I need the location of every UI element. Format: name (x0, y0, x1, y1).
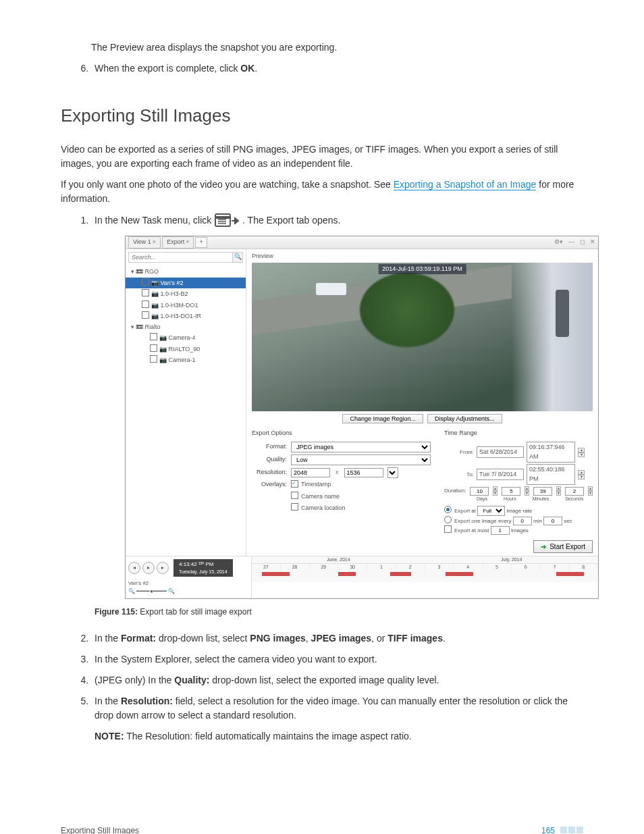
para2-a: If you only want one photo of the video … (61, 179, 394, 190)
to-label: To: (444, 471, 474, 479)
para-1: Video can be exported as a series of sti… (61, 142, 583, 171)
duration-days-input[interactable] (470, 487, 489, 496)
to-spinner[interactable]: ▴▾ (578, 470, 585, 479)
figure-caption: Figure 115: Export tab for still image e… (95, 606, 583, 618)
tree-site-rgo[interactable]: ▾📼 RGO (126, 267, 246, 278)
ok-bold: OK (240, 63, 254, 74)
duration-label: Duration: (444, 487, 466, 495)
playhead-time: 4:13:42 ¹³⁹ PM Tuesday, July 15, 2014 (173, 559, 233, 577)
duration-hours-input[interactable] (502, 487, 520, 496)
step6-a: When the export is complete, click (95, 63, 240, 74)
from-spinner[interactable]: ▴▾ (578, 448, 585, 457)
overlay-timestamp-checkbox[interactable] (291, 480, 298, 488)
tab-export[interactable]: Export × (162, 236, 194, 249)
footer-decoration (560, 827, 583, 833)
maximize-icon[interactable]: ◻ (580, 238, 585, 247)
step-forward-button[interactable]: ▸ (157, 562, 169, 574)
minimize-icon[interactable]: — (568, 238, 574, 247)
heading-exporting-still-images: Exporting Still Images (61, 103, 583, 129)
overlays-label: Overlays: (252, 480, 287, 490)
from-time-input[interactable]: 09:16:37:946 AM (527, 442, 575, 463)
from-label: From: (444, 448, 474, 457)
export-rate-radio[interactable] (444, 506, 452, 513)
export-atmost-checkbox[interactable] (444, 525, 452, 533)
duration-sec-input[interactable] (565, 487, 584, 496)
duration-min-input[interactable] (533, 487, 552, 496)
system-explorer: 🔍 ▾📼 RGO 📷 Van's #2 📷 1.0-H3-B2 📷 1.0-H3… (126, 249, 246, 556)
gear-icon[interactable]: ⚙▾ (554, 238, 563, 247)
resolution-label: Resolution: (252, 468, 287, 477)
step-3: In the System Explorer, select the camer… (91, 652, 583, 667)
format-label: Format: (252, 442, 287, 452)
from-date-input[interactable]: Sat 6/28/2014 (477, 446, 524, 459)
close-icon[interactable]: × (186, 238, 189, 247)
resolution-height-input[interactable] (344, 468, 383, 477)
step1-b: . The Export tab opens. (242, 215, 340, 226)
close-icon[interactable]: × (153, 238, 156, 247)
tree-cam-vans2[interactable]: 📷 Van's #2 (126, 278, 246, 289)
tree-cam[interactable]: 📷 Camera-1 (126, 355, 246, 366)
tree-site-rialto[interactable]: ▾📼 Rialto (126, 322, 246, 333)
page-footer: Exporting Still Images 165 (61, 825, 583, 834)
timeline[interactable]: June, 2014July, 2014 2728293012345678 (252, 556, 598, 582)
x-label: x (334, 468, 340, 477)
close-window-icon[interactable]: ✕ (590, 238, 595, 247)
export-options-label: Export Options (252, 429, 431, 438)
time-range-label: Time Range (444, 429, 593, 438)
link-exporting-snapshot[interactable]: Exporting a Snapshot of an Image (394, 179, 537, 190)
footer-title: Exporting Still Images (61, 825, 139, 834)
resolution-width-input[interactable] (291, 468, 330, 477)
tree-cam[interactable]: 📷 1.0-H3-DO1-IR (126, 311, 246, 322)
display-adjustments-button[interactable]: Display Adjustments... (427, 414, 502, 423)
step-5: In the Resolution: field, select a resol… (91, 694, 583, 744)
to-time-input[interactable]: 02:55:40:186 PM (527, 464, 575, 485)
tree-cam[interactable]: 📷 RIALTO_90 (126, 344, 246, 355)
rate-select[interactable]: Full (477, 506, 505, 516)
start-export-button[interactable]: ➜Start Export (533, 540, 593, 553)
preview-line: The Preview area displays the snapshot y… (91, 41, 583, 55)
tab-bar: View 1 × Export × + ⚙▾ — ◻ ✕ (126, 236, 598, 249)
step-back-button[interactable]: ◂ (128, 562, 140, 574)
page-number: 165 (541, 826, 555, 834)
step1-a: In the New Task menu, click (95, 215, 214, 226)
resolution-preset-select[interactable] (387, 467, 398, 478)
overlay-cameralocation-checkbox[interactable] (291, 503, 298, 511)
arrow-right-icon: ➜ (541, 543, 546, 550)
step-6: When the export is complete, click OK. (91, 61, 583, 76)
search-input[interactable] (129, 253, 232, 262)
preview-label: Preview (252, 252, 593, 261)
play-button[interactable]: ▸ (142, 562, 155, 574)
step-2: In the Format: drop-down list, select PN… (91, 631, 583, 646)
tree-cam[interactable]: 📷 Camera-4 (126, 332, 246, 344)
change-image-region-button[interactable]: Change Image Region... (342, 414, 423, 423)
export-icon (214, 213, 240, 229)
tree-cam[interactable]: 📷 1.0-H3M-DO1 (126, 300, 246, 311)
to-date-input[interactable]: Tue 7/ 8/2014 (477, 469, 524, 481)
step-1: In the New Task menu, click . The Export… (91, 213, 583, 618)
format-select[interactable]: JPEG images (291, 442, 431, 452)
para-2: If you only want one photo of the video … (61, 178, 583, 206)
timestamp-overlay: 2014-Jul-15 03:59:19.119 PM (378, 264, 466, 275)
export-every-radio[interactable] (444, 516, 452, 523)
step-4: (JPEG only) In the Quality: drop-down li… (91, 673, 583, 687)
overlay-cameraname-checkbox[interactable] (291, 492, 298, 499)
quality-label: Quality: (252, 455, 287, 465)
preview-image: 2014-Jul-15 03:59:19.119 PM (252, 263, 593, 411)
quality-select[interactable]: Low (291, 454, 431, 465)
search-icon[interactable]: 🔍 (232, 253, 242, 262)
new-tab-button[interactable]: + (195, 237, 207, 248)
timeline-camera-label: Van's #2 (128, 579, 248, 588)
tab-view1[interactable]: View 1 × (128, 236, 161, 249)
step6-c: . (254, 63, 257, 74)
tree-cam[interactable]: 📷 1.0-H3-B2 (126, 288, 246, 300)
screenshot-export-tab: View 1 × Export × + ⚙▾ — ◻ ✕ 🔍 ▾ (125, 236, 599, 599)
